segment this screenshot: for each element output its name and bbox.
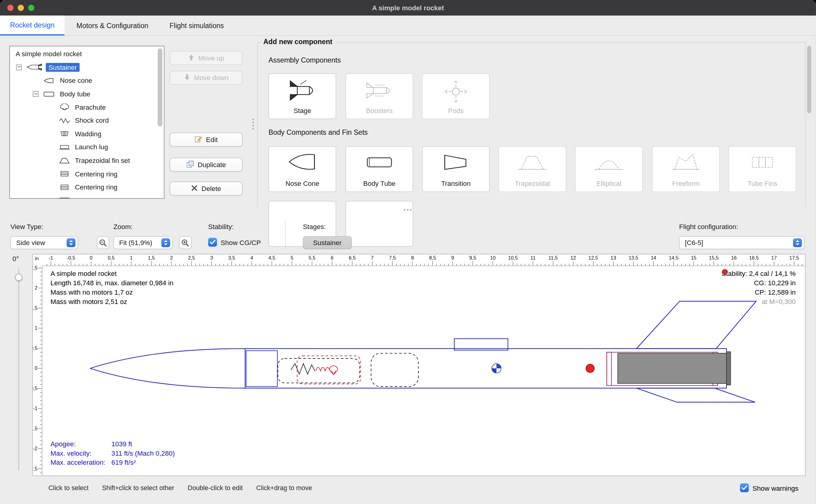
rocket-info-block: A simple model rocket Length 16,748 in, … (50, 269, 173, 306)
component-card-tube-fins: Tube Fins (729, 146, 796, 192)
rocket-view-canvas[interactable]: -1-0,500,511,522,533,544,555,566,577,588… (32, 254, 806, 476)
component-card-transition[interactable]: Transition (422, 146, 490, 192)
shock-cord-zigzag (291, 364, 315, 374)
parachute-outline (278, 358, 359, 383)
add-component-panel: Add new component Assembly Components St… (257, 42, 806, 206)
cg-marker (492, 364, 501, 373)
body-tube-icon (43, 91, 55, 97)
component-card-nose-cone[interactable]: Nose Cone (269, 146, 336, 192)
tree-item-body-tube[interactable]: Body tube (10, 87, 164, 101)
tree-item-wadding[interactable]: Wadding (10, 127, 164, 141)
vertical-ruler: -2,5-2-1,5-1-0,500,511,522,5 (33, 265, 42, 473)
tree-item-partial[interactable] (10, 194, 164, 199)
tab-flight-simulations[interactable]: Flight simulations (160, 16, 233, 35)
rotation-slider-knob[interactable] (15, 274, 22, 281)
chevron-updown-icon (161, 238, 170, 247)
component-card-freeform: Freeform (652, 146, 720, 192)
svg-text:16: 16 (731, 255, 737, 260)
arrow-up-icon (188, 54, 195, 62)
svg-text:0: 0 (90, 255, 92, 260)
svg-text:10,5: 10,5 (508, 255, 518, 260)
close-window-button[interactable] (7, 5, 14, 11)
svg-text:5,5: 5,5 (309, 255, 316, 260)
duplicate-icon (186, 160, 194, 169)
panel-splitter-handle[interactable] (252, 119, 254, 130)
chevron-updown-icon (66, 238, 75, 247)
svg-text:13: 13 (610, 255, 616, 260)
parachute-symbol (329, 366, 338, 374)
body-components-heading: Body Components and Fin Sets (269, 128, 368, 136)
rotation-slider-track[interactable] (18, 269, 19, 471)
svg-text:13,5: 13,5 (629, 255, 638, 260)
component-tree[interactable]: A simple model rocket Sustainer Nose con… (9, 46, 164, 199)
delete-button[interactable]: Delete (170, 182, 242, 195)
stability-label: Stability: (208, 223, 234, 231)
svg-text:6: 6 (331, 255, 333, 260)
svg-text:3,5: 3,5 (228, 255, 235, 260)
edit-button[interactable]: Edit (170, 133, 242, 147)
view-type-select[interactable]: Side view (10, 236, 78, 249)
zoom-out-button[interactable] (97, 236, 109, 249)
tree-item-rocket-root[interactable]: A simple model rocket (10, 47, 164, 61)
tab-rocket-design[interactable]: Rocket design (0, 16, 65, 35)
svg-text:9: 9 (451, 255, 454, 260)
body-tube-card-icon (346, 151, 413, 174)
statusbar-hints: Click to select Shift+click to select ot… (48, 484, 312, 492)
component-card-body-tube[interactable]: Body Tube (345, 146, 413, 192)
svg-text:3: 3 (210, 255, 213, 260)
svg-text:9,5: 9,5 (469, 255, 476, 260)
cp-marker (586, 364, 594, 373)
stages-label: Stages: (303, 223, 326, 231)
show-warnings-label: Show warnings (753, 484, 798, 492)
tree-item-launch-lug[interactable]: Launch lug (10, 141, 164, 154)
duplicate-button[interactable]: Duplicate (170, 158, 242, 172)
tree-item-centering-ring[interactable]: Centering ring (10, 167, 164, 180)
parachute-icon (59, 104, 70, 111)
svg-text:-0,5: -0,5 (33, 386, 37, 391)
stage-sustainer-toggle[interactable]: Sustainer (303, 236, 352, 249)
section-splitter-handle[interactable] (404, 209, 412, 211)
openrocket-window: A simple model rocket Rocket design Moto… (0, 0, 816, 504)
zoom-window-button[interactable] (28, 5, 34, 11)
cp-value: CP: 12,589 in (755, 288, 796, 296)
zoom-select[interactable]: Fit (51,9%) (113, 236, 173, 249)
collapse-icon[interactable] (33, 91, 38, 97)
show-warnings-checkbox[interactable] (740, 483, 749, 492)
upper-scrollbar[interactable] (807, 44, 811, 206)
nose-shoulder-outline (246, 351, 277, 387)
upper-fin-outline (636, 301, 756, 349)
wadding-outline (371, 353, 419, 386)
component-card-stage[interactable]: Stage (269, 73, 336, 119)
tab-motors-configuration[interactable]: Motors & Configuration (65, 16, 160, 35)
component-card-boosters: Boosters (345, 73, 413, 119)
tree-item-trapezoidal-fin-set[interactable]: Trapezoidal fin set (10, 154, 164, 167)
minimize-window-button[interactable] (18, 5, 24, 11)
launch-lug-icon (59, 144, 70, 151)
flight-data-block: Apogee:1039 ft Max. velocity:311 ft/s (M… (50, 440, 175, 467)
add-component-title: Add new component (261, 38, 335, 46)
shock-cord-icon (59, 117, 70, 124)
tree-scrollbar[interactable] (158, 48, 162, 126)
collapse-icon[interactable] (16, 64, 22, 70)
svg-text:0: 0 (35, 365, 37, 371)
nose-cone-icon (43, 78, 55, 84)
tree-item-sustainer[interactable]: Sustainer (10, 61, 164, 74)
stage-icon (269, 78, 335, 103)
show-cgcp-label: Show CG/CP (221, 239, 261, 247)
ruler-unit-label: in (35, 256, 39, 261)
zoom-in-button[interactable] (179, 236, 191, 249)
shock-cord-coil (316, 367, 330, 371)
transition-card-icon (423, 151, 489, 174)
show-cgcp-checkbox[interactable] (208, 238, 217, 247)
lower-fin-outline (636, 388, 755, 402)
rotation-value: 0° (12, 255, 19, 263)
flight-configuration-select[interactable]: [C6-5] (679, 236, 805, 249)
tree-item-centering-ring[interactable]: Centering ring (10, 180, 164, 194)
svg-text:7: 7 (371, 255, 374, 260)
svg-text:16,5: 16,5 (749, 255, 759, 260)
motor-casing (618, 353, 727, 383)
nose-cone-card-icon (269, 151, 335, 174)
tree-item-parachute[interactable]: Parachute (10, 101, 164, 114)
tree-item-nose-cone[interactable]: Nose cone (10, 74, 164, 87)
tree-item-shock-cord[interactable]: Shock cord (10, 114, 164, 127)
